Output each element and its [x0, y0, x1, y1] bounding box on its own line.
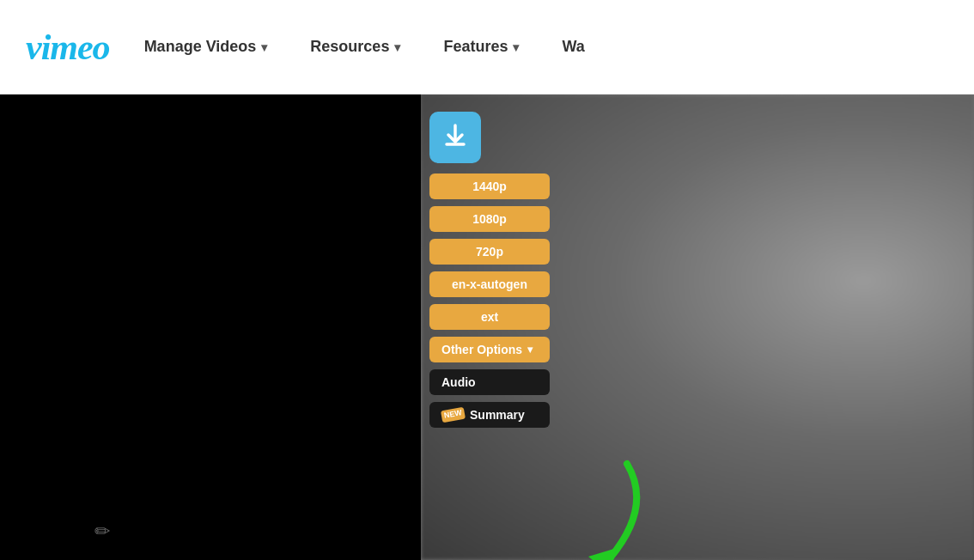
- download-icon: [441, 122, 469, 154]
- dropdown-arrow-icon: ▾: [527, 344, 533, 356]
- nav-resources[interactable]: Resources ▾: [310, 38, 400, 56]
- quality-1080p-button[interactable]: 1080p: [429, 206, 550, 232]
- nav-manage-videos[interactable]: Manage Videos ▾: [144, 38, 268, 56]
- download-area: 1440p 1080p 720p en-x-autogen ext Other …: [429, 112, 550, 428]
- right-panel: 1440p 1080p 720p en-x-autogen ext Other …: [421, 94, 974, 560]
- summary-label: Summary: [470, 408, 525, 422]
- quality-1440p-button[interactable]: 1440p: [429, 173, 550, 199]
- nav-wa-label: Wa: [562, 38, 584, 56]
- nav-resources-label: Resources: [310, 38, 389, 56]
- video-panel: ✏: [0, 94, 421, 560]
- pencil-icon: ✏: [94, 520, 110, 543]
- nav-resources-chevron: ▾: [394, 40, 400, 54]
- other-options-label: Other Options: [441, 343, 522, 356]
- nav-features[interactable]: Features ▾: [443, 38, 519, 56]
- summary-option[interactable]: NEW Summary: [429, 402, 550, 428]
- quality-720p-button[interactable]: 720p: [429, 239, 550, 265]
- nav-features-label: Features: [443, 38, 508, 56]
- main-content: ✏ 1440p 1080p 720p en-x-autogen ext: [0, 94, 974, 560]
- audio-option[interactable]: Audio: [429, 369, 550, 395]
- new-badge: NEW: [441, 407, 466, 423]
- nav-features-chevron: ▾: [513, 40, 519, 54]
- other-options-button[interactable]: Other Options ▾: [429, 337, 550, 362]
- nav-manage-videos-chevron: ▾: [261, 40, 267, 54]
- header: vimeo Manage Videos ▾ Resources ▾ Featur…: [0, 0, 974, 94]
- quality-ext-button[interactable]: ext: [429, 304, 550, 330]
- vimeo-logo: vimeo: [26, 27, 110, 68]
- quality-autogen-button[interactable]: en-x-autogen: [429, 271, 550, 297]
- nav-manage-videos-label: Manage Videos: [144, 38, 257, 56]
- nav-wa[interactable]: Wa: [562, 38, 584, 56]
- download-button[interactable]: [429, 112, 481, 163]
- audio-label: Audio: [441, 375, 476, 389]
